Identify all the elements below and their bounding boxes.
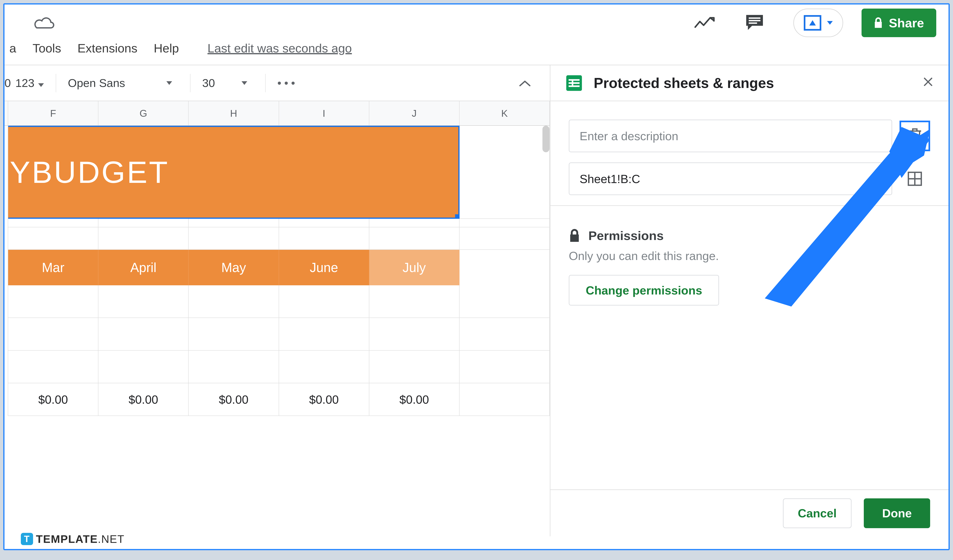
month-header-cell[interactable]: May: [189, 250, 279, 285]
col-header[interactable]: K: [459, 101, 550, 125]
cell[interactable]: [459, 126, 550, 219]
menu-truncated[interactable]: a: [9, 41, 16, 55]
svg-rect-7: [572, 79, 573, 87]
font-family-dropdown[interactable]: Open Sans: [68, 76, 178, 90]
chevron-down-icon: [166, 81, 172, 85]
month-header-cell[interactable]: July: [369, 250, 459, 285]
select-range-button[interactable]: [900, 163, 930, 194]
cloud-saved-icon[interactable]: [33, 16, 56, 30]
svg-rect-1: [749, 20, 760, 22]
scrollbar-thumb[interactable]: [542, 126, 549, 152]
present-upload-icon: [804, 15, 821, 31]
month-header-cell[interactable]: April: [98, 250, 189, 285]
cell[interactable]: $0.00: [8, 383, 98, 416]
app-window: Share a Tools Extensions Help Last edit …: [3, 3, 950, 550]
month-header-cell[interactable]: June: [279, 250, 369, 285]
sheets-logo-icon: [565, 74, 584, 92]
done-button[interactable]: Done: [864, 498, 930, 528]
toolbar-truncated[interactable]: 0: [5, 76, 9, 90]
menu-bar: a Tools Extensions Help Last edit was se…: [5, 41, 948, 65]
trend-icon[interactable]: [693, 15, 716, 30]
svg-rect-0: [749, 17, 760, 19]
watermark-logo-icon: T: [21, 533, 33, 545]
column-header-row: F G H I J K: [5, 101, 550, 126]
sidebar-title: Protected sheets & ranges: [594, 75, 912, 91]
description-input[interactable]: [569, 119, 892, 152]
col-header[interactable]: J: [369, 101, 459, 125]
chevron-down-icon: [242, 81, 247, 85]
cancel-button[interactable]: Cancel: [783, 498, 852, 528]
number-format-dropdown[interactable]: 123: [15, 76, 44, 90]
present-dropdown[interactable]: [793, 9, 843, 37]
share-button[interactable]: Share: [861, 9, 936, 37]
chevron-down-icon: [38, 83, 44, 87]
menu-help[interactable]: Help: [154, 41, 179, 55]
col-header[interactable]: G: [98, 101, 189, 125]
title-merged-cell[interactable]: Y BUDGET: [8, 126, 459, 219]
month-header-cell[interactable]: Mar: [8, 250, 98, 285]
range-input[interactable]: [569, 163, 892, 195]
collapse-toolbar-icon[interactable]: [518, 76, 531, 91]
permissions-title: Permissions: [588, 228, 664, 243]
grid-body[interactable]: Y BUDGET Mar April May June July: [5, 126, 550, 416]
cell[interactable]: [459, 383, 550, 416]
share-label: Share: [889, 16, 924, 30]
comment-icon[interactable]: [744, 13, 765, 33]
cell[interactable]: $0.00: [98, 383, 189, 416]
col-header[interactable]: F: [8, 101, 98, 125]
col-header[interactable]: H: [189, 101, 279, 125]
toolbar: 0 123 Open Sans 30 •••: [5, 65, 550, 101]
svg-rect-6: [568, 85, 580, 87]
more-toolbar-icon[interactable]: •••: [278, 76, 298, 90]
last-edit-link[interactable]: Last edit was seconds ago: [207, 41, 352, 55]
spreadsheet-area: 0 123 Open Sans 30 ••• F G H I J K: [5, 65, 550, 536]
font-size-dropdown[interactable]: 30: [202, 76, 253, 90]
col-header[interactable]: I: [279, 101, 369, 125]
change-permissions-button[interactable]: Change permissions: [569, 275, 719, 306]
chevron-down-icon: [827, 21, 833, 25]
svg-rect-2: [749, 22, 757, 24]
permissions-description: Only you can edit this range.: [569, 249, 930, 263]
lock-icon: [569, 229, 580, 242]
cell[interactable]: $0.00: [369, 383, 459, 416]
svg-rect-5: [568, 82, 580, 84]
protected-ranges-sidebar: Protected sheets & ranges: [550, 65, 948, 536]
selection-handle-icon[interactable]: [455, 214, 459, 219]
close-icon[interactable]: [922, 75, 934, 91]
cell[interactable]: [459, 250, 550, 285]
cell[interactable]: $0.00: [279, 383, 369, 416]
title-action-bar: Share: [5, 5, 948, 41]
menu-tools[interactable]: Tools: [33, 41, 61, 55]
menu-extensions[interactable]: Extensions: [78, 41, 137, 55]
delete-protection-button[interactable]: [900, 121, 930, 151]
watermark: T TEMPLATE.NET: [21, 533, 124, 545]
svg-rect-4: [568, 79, 580, 81]
cell[interactable]: $0.00: [189, 383, 279, 416]
